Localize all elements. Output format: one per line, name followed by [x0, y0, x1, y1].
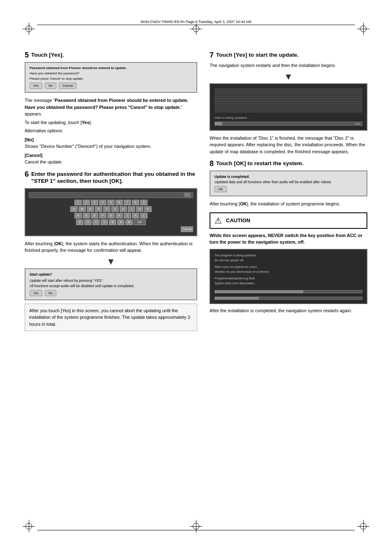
keyboard-screen: ← 1 2 3 4 5 6 7 8 9: [25, 188, 197, 236]
warn-progress-fill: [215, 290, 303, 293]
key-j[interactable]: J: [124, 213, 131, 219]
step-6-title: Enter the password for authentication th…: [31, 170, 197, 185]
key-7[interactable]: 7: [124, 200, 131, 205]
screen-cancel-btn[interactable]: Cancel: [59, 83, 76, 89]
key-n[interactable]: N: [117, 219, 125, 225]
complete-line1: Update is completed.: [214, 175, 362, 179]
key-cancel[interactable]: Cancel: [181, 226, 193, 232]
key-a[interactable]: A: [74, 213, 82, 219]
key-i[interactable]: I: [128, 206, 135, 212]
step5-body-p2: To start the updating, touch [Yes].: [25, 119, 197, 126]
key-r[interactable]: R: [95, 206, 102, 212]
step-6: 6 Enter the password for authentication …: [25, 170, 197, 332]
warn-progress-fill2: [215, 297, 259, 299]
progress-bar: [215, 122, 222, 125]
info-box: After you touch [Yes] in this screen, yo…: [25, 304, 197, 332]
key-9[interactable]: 9: [140, 200, 148, 205]
progress-percent: 0 %: [355, 122, 360, 126]
screen-no-btn[interactable]: No: [45, 83, 56, 89]
option-no-desc: Shows "Device Number" ("Device#") of you…: [25, 143, 197, 150]
key-h[interactable]: H: [115, 213, 123, 219]
key-e[interactable]: E: [87, 206, 94, 212]
step-7-title: Touch [Yes] to start the update.: [216, 51, 299, 59]
keyboard-row-1: 1 2 3 4 5 6 7 8 9: [29, 200, 193, 205]
keyboard-cancel-row: Cancel: [29, 226, 193, 232]
key-6[interactable]: 6: [115, 200, 123, 205]
step-5: 5 Touch [Yes]. Password obtained from Pi…: [25, 51, 197, 166]
key-q[interactable]: Q: [70, 206, 78, 212]
complete-screen: Update is completed. Updated data and al…: [210, 170, 367, 196]
progress-label: Data is being updated...: [214, 116, 249, 120]
step-7-body: The navigation system restarts and then …: [210, 62, 367, 69]
key-c[interactable]: C: [92, 219, 100, 225]
update-screen-line2: All functions except audio will be disab…: [30, 284, 192, 288]
key-z[interactable]: Z: [76, 219, 83, 225]
key-ok[interactable]: OK: [134, 219, 146, 225]
key-5[interactable]: 5: [107, 200, 115, 205]
update-no-btn[interactable]: No: [45, 290, 56, 296]
step-7: 7 Touch [Yes] to start the update. The n…: [210, 51, 367, 155]
option-cancel-desc: Cancel the update.: [25, 159, 197, 166]
key-k[interactable]: K: [132, 213, 139, 219]
option-cancel-label: [Cancel]: [25, 152, 197, 159]
key-f[interactable]: F: [99, 213, 106, 219]
arrow-down-2: ▼: [210, 72, 367, 81]
keyboard-row-3: A S D F G H J K L: [29, 213, 193, 219]
warn-progress-bar: [214, 290, 362, 293]
update-yes-btn[interactable]: Yes: [30, 290, 42, 296]
key-b[interactable]: B: [109, 219, 116, 225]
step-8-header: 8 Touch [OK] to restart the system.: [210, 160, 367, 167]
key-x[interactable]: X: [84, 219, 92, 225]
key-2[interactable]: 2: [83, 200, 90, 205]
key-g[interactable]: G: [107, 213, 115, 219]
key-3[interactable]: 3: [91, 200, 98, 205]
update-screen-title: Start update?: [30, 272, 192, 276]
step7-after-body: When the installation of "Disc 1" is fin…: [210, 135, 367, 155]
step6-body-p1: After touching [OK], the system starts t…: [25, 240, 197, 254]
key-l[interactable]: L: [140, 213, 148, 219]
progress-label-area: Data is being updated...: [214, 115, 362, 120]
key-u[interactable]: U: [120, 206, 127, 212]
key-w[interactable]: W: [78, 206, 86, 212]
warn-line6: System jetzt nicht abschalten.: [214, 281, 362, 286]
step-6-header: 6 Enter the password for authentication …: [25, 170, 197, 185]
warn-line1: The program is being updated.: [214, 253, 362, 258]
start-update-screen: Start update? Update will start after re…: [25, 268, 197, 300]
key-o[interactable]: O: [136, 206, 143, 212]
caution-body: While this screen appears, NEVER switch …: [210, 232, 367, 246]
key-m[interactable]: M: [125, 219, 133, 225]
step-8: 8 Touch [OK] to restart the system. Upda…: [210, 160, 367, 207]
stripes-area: [214, 88, 362, 113]
key-8[interactable]: 8: [132, 200, 139, 205]
step7-after-p1: When the installation of "Disc 1" is fin…: [210, 135, 367, 155]
caution-box: ⚠ CAUTION: [210, 212, 367, 229]
key-1[interactable]: 1: [74, 200, 82, 205]
step-6-number: 6: [25, 170, 29, 185]
warn-progress-row2: [214, 295, 362, 300]
key-s[interactable]: S: [83, 213, 90, 219]
key-v[interactable]: V: [101, 219, 108, 225]
screen-msg3: Please press 'Cancel' to stop update.: [30, 77, 192, 81]
step-5-header: 5 Touch [Yes].: [25, 51, 197, 59]
update-screen-buttons: Yes No: [30, 290, 192, 296]
key-y[interactable]: Y: [111, 206, 119, 212]
caution-after-text: After the installation is completed, the…: [210, 307, 367, 314]
step-5-screen: Password obtained from Pioneer should be…: [25, 62, 197, 93]
warn-line4: Veuillez ne pas interrompre et confirmer…: [214, 269, 362, 274]
screen-msg1: Password obtained from Pioneer should be…: [30, 66, 192, 70]
complete-ok-btn[interactable]: OK: [214, 186, 227, 192]
key-4[interactable]: 4: [99, 200, 106, 205]
warn-progress-row: [214, 288, 362, 293]
step-6-body: After touching [OK], the system starts t…: [25, 240, 197, 254]
warn-line3: Mise à jour du logiciel en cours.: [214, 265, 362, 269]
option-no-label: [No]: [25, 136, 197, 143]
warning-screen: The program is being updated. Do not tur…: [210, 249, 367, 304]
key-t[interactable]: T: [103, 206, 111, 212]
key-d[interactable]: D: [91, 213, 98, 219]
step-5-body: The message "Password obtained from Pion…: [25, 97, 197, 166]
progress-screen: Data is being updated... 0 %: [210, 83, 367, 131]
screen-yes-btn[interactable]: Yes: [30, 83, 42, 89]
caution-warning-text: While this screen appears, NEVER switch …: [210, 232, 367, 246]
key-p[interactable]: P: [144, 206, 152, 212]
complete-buttons: OK: [214, 186, 362, 192]
